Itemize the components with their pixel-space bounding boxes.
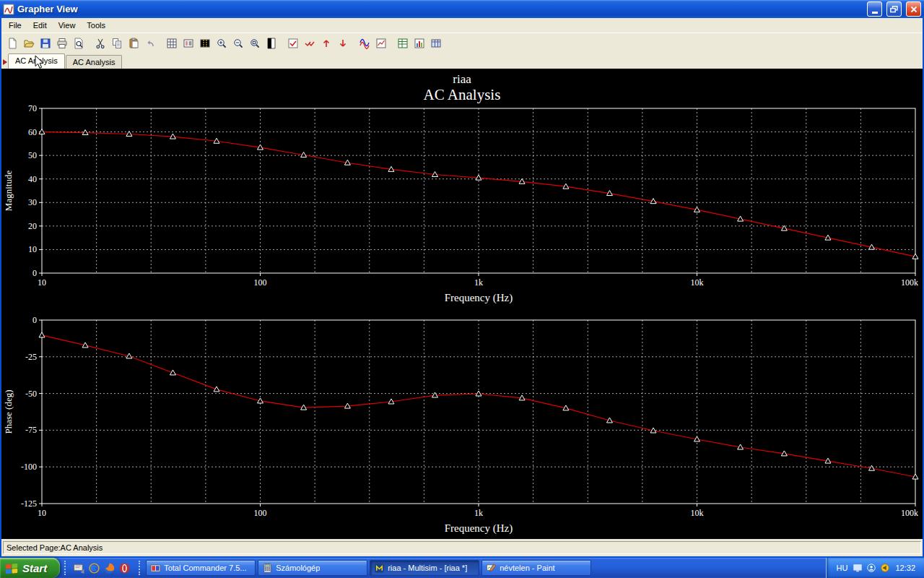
minimize-icon [872,12,878,14]
taskbar-clock[interactable]: 12:32 [895,564,915,572]
svg-text:-50: -50 [25,389,37,399]
task-buttons: Total Commander 7.5...Számológépriaa - M… [144,560,593,576]
svg-text:100k: 100k [901,508,918,518]
grapher-page: riaa AC Analysis 706050403020100101001k1… [1,69,923,539]
export-table-button[interactable] [427,35,444,51]
zoom-restore-button[interactable] [246,35,263,51]
svg-text:1k: 1k [474,508,483,518]
taskbar-button-paint[interactable]: névtelen - Paint [481,560,591,576]
svg-text:0: 0 [32,268,37,278]
active-page-marker-icon [3,59,7,65]
menu-file[interactable]: File [3,19,27,32]
tray-volume-icon[interactable] [880,563,890,573]
svg-text:1k: 1k [474,277,483,288]
windows-flag-icon [5,562,19,574]
svg-text:10k: 10k [691,277,704,288]
overlay-traces-icon [359,38,370,49]
export-graph-button[interactable] [372,35,389,51]
show-select-marks-button[interactable] [284,35,301,51]
quick-launch [69,562,134,574]
show-grid-button[interactable] [163,35,180,51]
total-commander-icon [150,563,161,574]
svg-text:0: 0 [32,315,37,325]
zoom-in-button[interactable] [213,35,230,51]
show-select-marks-icon [287,38,299,49]
show-desktop-icon[interactable] [73,562,85,574]
export-chart-icon [414,38,425,49]
next-page-icon [337,38,349,49]
taskband-grip[interactable] [139,561,141,575]
minimize-button[interactable] [867,1,882,17]
title-bar: Grapher View [0,0,924,18]
taskbar: Start Total Commander 7.5...Számológépri… [0,558,924,578]
svg-text:20: 20 [28,221,37,231]
svg-text:Frequency (Hz): Frequency (Hz) [445,292,513,304]
print-preview-button[interactable] [70,35,87,51]
menu-view[interactable]: View [53,19,82,32]
restore-button[interactable] [886,1,902,17]
select-all-marks-icon [304,38,315,49]
undo-button[interactable] [141,35,158,51]
tray-messenger-icon[interactable] [866,563,876,573]
undo-icon [144,38,156,49]
zoom-in-icon [216,38,227,49]
export-chart-button[interactable] [411,35,427,51]
new-button[interactable] [4,35,20,51]
taskbar-button-multisim[interactable]: riaa - Multisim - [riaa *] [370,560,479,576]
save-icon [40,38,51,49]
tray-icons [853,563,890,573]
show-grid-icon [166,38,178,49]
zoom-restore-icon [249,38,261,49]
magnitude-plot: 706050403020100101001k10k100kFrequency (… [3,103,918,304]
show-cursors-button[interactable] [196,35,213,51]
cut-icon [95,38,106,49]
paste-icon [128,38,139,49]
restore-icon [890,6,898,13]
previous-page-button[interactable] [318,35,334,51]
internet-explorer-icon[interactable] [88,562,100,574]
print-icon [56,38,68,49]
grapher-window-body: FileEditViewTools AC AnalysisAC Analysis… [0,18,924,558]
save-button[interactable] [37,35,53,51]
language-indicator[interactable]: HU [837,564,848,572]
copy-button[interactable] [108,35,125,51]
tab-strip: AC AnalysisAC Analysis [1,53,923,69]
print-preview-icon [73,38,84,49]
show-legend-button[interactable] [180,35,196,51]
status-text: Selected Page:AC Analysis [3,541,921,554]
next-page-button[interactable] [334,35,351,51]
svg-text:-125: -125 [21,499,37,509]
toolbar-separator [279,36,284,51]
zoom-out-button[interactable] [230,35,246,51]
open-button[interactable] [20,35,37,51]
svg-text:10k: 10k [691,508,704,518]
paste-button[interactable] [125,35,141,51]
tab-2-ac-analysis[interactable]: AC Analysis [66,55,123,69]
taskbar-button-calculator[interactable]: Számológép [258,560,367,576]
cut-button[interactable] [92,35,108,51]
menu-edit[interactable]: Edit [27,19,53,32]
export-graph-icon [375,38,387,49]
multisim-icon [374,563,385,574]
close-button[interactable] [906,1,921,17]
tray-display-icon[interactable] [853,563,863,573]
taskbar-button-total-commander[interactable]: Total Commander 7.5... [146,560,256,576]
print-button[interactable] [53,35,70,51]
quick-launch-grip[interactable] [64,561,67,575]
toolbar [1,33,923,53]
svg-text:-100: -100 [21,462,37,472]
firefox-icon[interactable] [103,562,116,574]
black-white-button[interactable] [263,35,279,51]
black-white-icon [266,38,277,49]
menu-bar: FileEditViewTools [1,18,923,33]
phase-plot: 0-25-50-75-100-125101001k10k100kFrequenc… [3,315,918,535]
menu-tools[interactable]: Tools [81,19,111,32]
svg-text:70: 70 [28,103,37,113]
select-all-marks-button[interactable] [301,35,318,51]
overlay-traces-button[interactable] [356,35,372,51]
start-button[interactable]: Start [0,558,60,578]
export-excel-button[interactable] [394,35,411,51]
svg-text:10: 10 [38,277,46,288]
opera-icon[interactable] [118,562,131,574]
svg-text:30: 30 [28,197,37,207]
